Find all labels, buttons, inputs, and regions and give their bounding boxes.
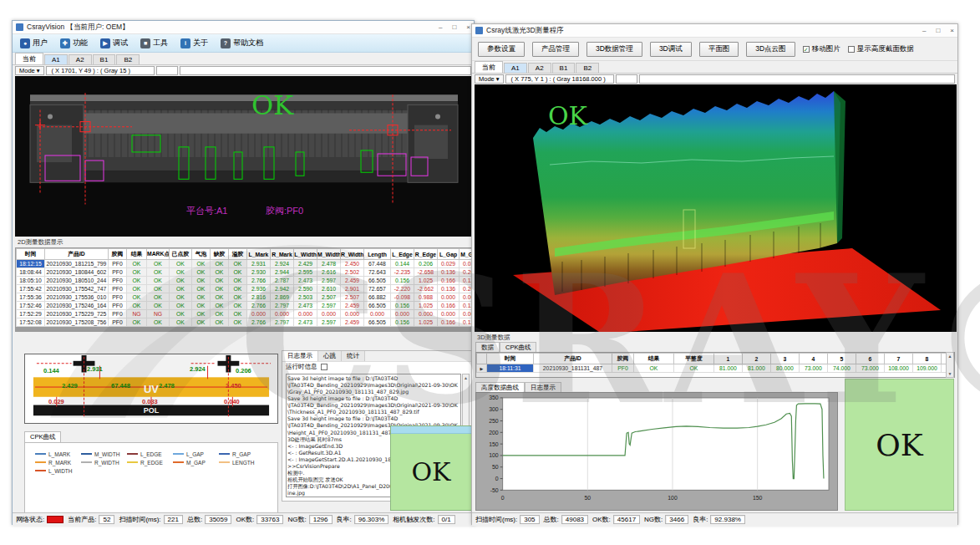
- menu-用户[interactable]: ●用户: [20, 38, 48, 48]
- table-row[interactable]: ▶18:11:3120210930_181131_487PF0OKOK81.00…: [477, 364, 956, 373]
- tab3d-B1[interactable]: B1: [552, 63, 576, 73]
- column-header[interactable]: R_Mark: [271, 249, 294, 260]
- table-row[interactable]: 17:55:3620210930_175536_010PF0OKOKOKOKOK…: [17, 293, 474, 302]
- table-row[interactable]: 17:55:4220210930_175542_747PF0OKOKOKOKOK…: [17, 285, 474, 293]
- table-row[interactable]: 17:52:4620210930_175246_164PF0OKOKOKOKOK…: [17, 302, 474, 310]
- column-header[interactable]: R_Width: [341, 249, 364, 260]
- column-header[interactable]: 产品ID: [45, 249, 109, 260]
- column-header[interactable]: 7: [885, 354, 913, 364]
- cpk-panel: CPK曲线 L_MARKM_WIDTHL_EDGEL_GAPR_GAPR_MAR…: [24, 427, 278, 512]
- tab-A1[interactable]: A1: [44, 54, 68, 64]
- menu-关于[interactable]: i关于: [180, 38, 208, 48]
- measurement-table-3d[interactable]: 时间产品ID胶阀结果平整度123456789▶18:11:3120210930_…: [475, 352, 955, 378]
- runtime-info-checkbox[interactable]: [321, 364, 328, 370]
- tab-当前[interactable]: 当前: [15, 53, 43, 64]
- tab-cpk-curve[interactable]: CPK曲线: [24, 431, 61, 442]
- tab3d-A2[interactable]: A2: [528, 63, 551, 73]
- tab3d-B2[interactable]: B2: [576, 63, 599, 73]
- data-tab-CPK曲线[interactable]: CPK曲线: [500, 342, 536, 352]
- column-header[interactable]: 结果: [127, 249, 147, 260]
- toolbar-button-3D数据管理[interactable]: 3D数据管理: [586, 42, 642, 57]
- column-header[interactable]: 产品ID: [534, 354, 612, 364]
- mode-dropdown[interactable]: Mode▾: [15, 66, 44, 75]
- column-header[interactable]: 溢胶: [229, 249, 247, 260]
- log-tab-心跳[interactable]: 心跳: [318, 351, 342, 361]
- height-map-3d-view[interactable]: OK: [475, 84, 957, 332]
- column-header[interactable]: 时间: [487, 354, 534, 364]
- close-button[interactable]: ×: [466, 23, 470, 31]
- column-header[interactable]: 胶阀: [612, 354, 634, 364]
- xray-image-view[interactable]: OK 平台号:A1 胶阀:PF0: [15, 76, 473, 237]
- table-row[interactable]: 18:05:1020210930_180510_244PF0OKOKOKOKOK…: [17, 277, 474, 285]
- column-header[interactable]: 时间: [17, 249, 45, 260]
- cell: 2.944: [271, 268, 294, 277]
- checkbox-显示高度截面数据[interactable]: 显示高度截面数据: [848, 44, 914, 54]
- menu-功能[interactable]: ✚功能: [60, 38, 88, 48]
- measurement-table-2d[interactable]: 时间产品ID胶阀结果MARK点已点胶气泡缺胶溢胶L_MarkR_MarkL_Wi…: [15, 247, 473, 332]
- menu-调试[interactable]: ▶调试: [100, 38, 128, 48]
- table-row[interactable]: 17:52:2920210930_175229_725PF0NGNGOKOKOK…: [17, 310, 474, 318]
- column-header[interactable]: Length: [364, 249, 391, 260]
- column-header[interactable]: 5: [828, 354, 856, 364]
- data-tab-数据[interactable]: 数据: [475, 342, 500, 352]
- cell: 20210930_175246_164: [45, 302, 109, 310]
- scroll-up-icon[interactable]: ▲: [464, 375, 468, 380]
- column-header[interactable]: 2: [743, 354, 771, 364]
- checkbox-box[interactable]: [848, 46, 855, 53]
- column-header[interactable]: 结果: [634, 354, 674, 364]
- close-button[interactable]: ×: [950, 27, 954, 34]
- toolbar-button-产品管理[interactable]: 产品管理: [532, 42, 579, 57]
- minimize-button[interactable]: –: [439, 23, 442, 31]
- column-header[interactable]: 缺胶: [211, 249, 229, 260]
- cell: 2.936: [247, 285, 271, 293]
- scroll-up-icon[interactable]: ▲: [948, 354, 952, 359]
- height-profile-chart[interactable]: 050100150-50050100150200250300350: [475, 392, 838, 511]
- column-header[interactable]: 气泡: [192, 249, 211, 260]
- minimize-button[interactable]: –: [922, 27, 926, 34]
- column-header[interactable]: MARK点: [147, 249, 170, 260]
- cell: OK: [147, 260, 170, 268]
- mode-dropdown-3d[interactable]: Mode▾: [475, 74, 504, 84]
- column-header[interactable]: L_Edge: [391, 249, 414, 260]
- tab-B2[interactable]: B2: [116, 54, 140, 64]
- table-row[interactable]: 18:08:4420210930_180844_602PF0OKOKOKOKOK…: [17, 268, 474, 277]
- column-header[interactable]: 6: [856, 354, 885, 364]
- svg-text:200: 200: [489, 430, 499, 435]
- column-header[interactable]: 已点胶: [170, 249, 192, 260]
- log-tab-日志显示[interactable]: 日志显示: [282, 351, 318, 361]
- toolbar-button-3D调试[interactable]: 3D调试: [650, 42, 692, 57]
- maximize-button[interactable]: □: [452, 23, 456, 31]
- table-3d-scrollbar[interactable]: ▲▼: [946, 352, 954, 378]
- scroll-down-icon[interactable]: ▼: [948, 371, 952, 376]
- table-row[interactable]: 18:12:1520210930_181215_799PF0OKOKOKOKOK…: [17, 260, 474, 268]
- column-header[interactable]: 平整度: [674, 354, 714, 364]
- checkbox-移动图片[interactable]: ✓移动图片: [803, 44, 840, 54]
- maximize-button[interactable]: □: [936, 27, 940, 34]
- log-tab-统计[interactable]: 统计: [342, 351, 365, 361]
- cell: PF0: [109, 293, 127, 302]
- tab3d-A1[interactable]: A1: [504, 63, 527, 73]
- column-header[interactable]: 胶阀: [109, 249, 127, 260]
- column-header[interactable]: 1: [714, 354, 743, 364]
- column-header[interactable]: R_Edge: [414, 249, 438, 260]
- column-header[interactable]: 8: [913, 354, 942, 364]
- tab3d-当前[interactable]: 当前: [475, 61, 503, 73]
- menu-工具[interactable]: ■工具: [140, 38, 168, 48]
- menu-帮助文档[interactable]: ?帮助文档: [221, 38, 263, 48]
- column-header[interactable]: L_Mark: [247, 249, 271, 260]
- toolbar-button-3D点云图[interactable]: 3D点云图: [746, 42, 795, 57]
- tab-A2[interactable]: A2: [69, 54, 92, 64]
- column-header[interactable]: L_Width: [294, 249, 317, 260]
- column-header[interactable]: M_Width: [317, 249, 341, 260]
- column-header[interactable]: 3: [771, 354, 800, 364]
- table-row[interactable]: 17:52:0820210930_175208_756PF0OKOKOKOKOK…: [17, 318, 474, 327]
- column-header[interactable]: 4: [800, 354, 828, 364]
- chart-tab-日志显示[interactable]: 日志显示: [525, 382, 561, 392]
- tab-B1[interactable]: B1: [93, 54, 116, 64]
- help-icon: ?: [221, 38, 231, 48]
- toolbar-button-平面图[interactable]: 平面图: [699, 42, 739, 57]
- checkbox-box[interactable]: ✓: [803, 46, 810, 53]
- toolbar-button-参数设置[interactable]: 参数设置: [478, 42, 525, 57]
- column-header[interactable]: L_Gap: [438, 249, 460, 260]
- chart-tab-高度数据曲线[interactable]: 高度数据曲线: [475, 382, 525, 392]
